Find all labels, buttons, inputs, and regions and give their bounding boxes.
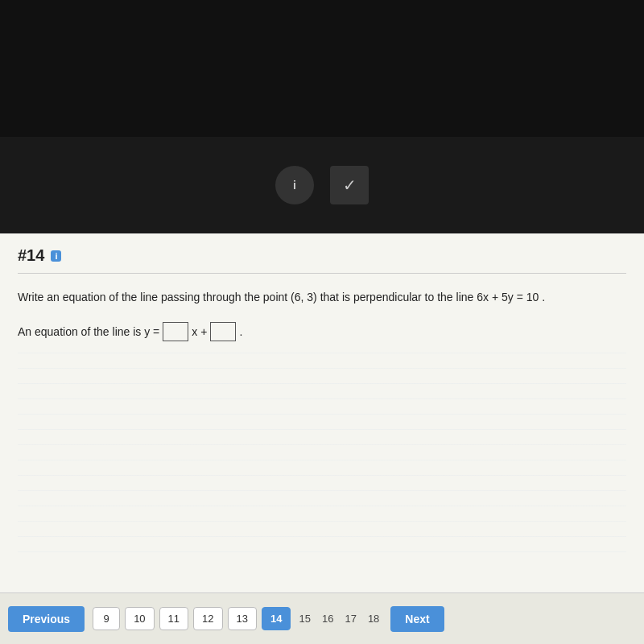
bottom-navigation: Previous 9 10 11 12 13 14 15 16 17 18 Ne…: [0, 592, 644, 644]
page-16-label: 16: [319, 613, 336, 625]
problem-text: Write an equation of the line passing th…: [18, 288, 626, 306]
info-badge[interactable]: i: [51, 250, 61, 262]
page-15-label: 15: [295, 613, 313, 625]
divider: [18, 273, 626, 274]
page-13-button[interactable]: 13: [228, 607, 257, 630]
question-number: #14: [18, 246, 44, 265]
icon-area: i ✓: [0, 137, 644, 233]
checkbox-icon: ✓: [330, 166, 369, 204]
dark-background: i ✓: [0, 0, 644, 233]
main-content: #14 i Write an equation of the line pass…: [0, 233, 644, 592]
page-12-button[interactable]: 12: [193, 607, 222, 630]
previous-button[interactable]: Previous: [8, 606, 85, 632]
answer-line: An equation of the line is y = x + .: [18, 322, 626, 341]
page-10-button[interactable]: 10: [125, 607, 154, 630]
next-button[interactable]: Next: [390, 606, 444, 632]
answer-box-2[interactable]: [210, 322, 236, 341]
page-14-button[interactable]: 14: [262, 607, 291, 630]
page-18-label: 18: [365, 613, 382, 625]
work-area: [18, 341, 626, 567]
page-9-button[interactable]: 9: [93, 607, 120, 630]
answer-box-1[interactable]: [163, 322, 188, 341]
question-header: #14 i: [18, 246, 626, 265]
page-17-label: 17: [341, 613, 359, 625]
info-circle-icon: i: [275, 166, 314, 204]
page-11-button[interactable]: 11: [159, 607, 188, 630]
